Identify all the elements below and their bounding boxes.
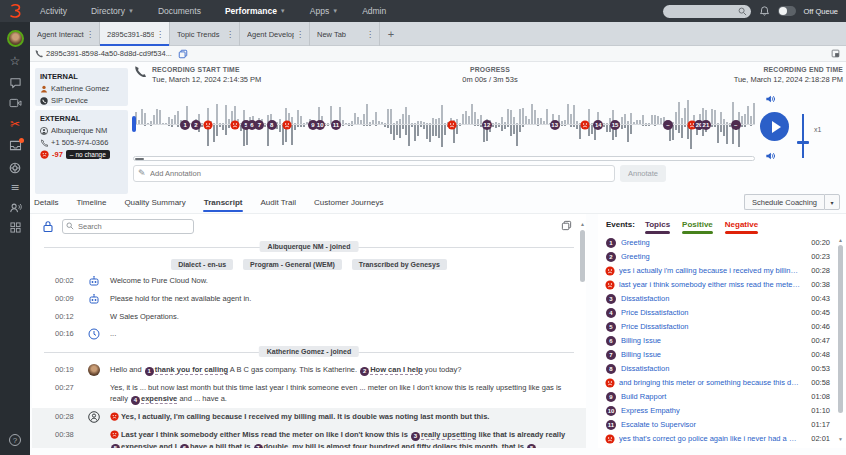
transcript-message[interactable]: 00:12 W Sales Operations. [32,308,586,325]
topic-marker-8[interactable]: 8 [267,120,277,130]
events-scroll-thumb[interactable] [838,245,843,413]
event-row[interactable]: 3Dissatisfaction00:43 [598,292,846,306]
channel1-volume-icon[interactable] [765,94,776,104]
channel2-volume-icon[interactable] [765,151,776,161]
transcript-message[interactable]: 00:02 Welcome to Pure Cloud Now. [32,272,586,290]
genesys-logo-icon[interactable] [0,0,30,22]
event-row[interactable]: 4Price Dissatisfaction00:45 [598,306,846,320]
play-button[interactable] [760,112,789,141]
event-row[interactable]: 5Price Dissatisfaction00:46 [598,320,846,334]
tab-customer-journeys[interactable]: Customer Journeys [313,194,384,211]
tab-menu-kebab-icon[interactable]: ⋮ [364,30,376,39]
topic-marker-–[interactable]: – [731,120,741,130]
support-lifering-icon[interactable] [0,162,30,174]
nav-item-directory[interactable]: Directory▼ [81,0,144,22]
transcript-message[interactable]: 00:27 Yes, it is ... but now last month … [32,379,586,408]
workspace-tab[interactable]: Agent Interacti...⋮ [30,22,100,46]
event-row[interactable]: last year i think somebody either miss r… [598,278,846,292]
negative-sentiment-marker[interactable] [282,120,292,130]
transcript-message[interactable]: 00:28 Yes, I actually, I'm calling becau… [32,408,586,426]
schedule-coaching-button[interactable]: Schedule Coaching [744,194,824,210]
topic-marker-7[interactable]: 7 [254,120,264,130]
workspace-tab[interactable]: New Tab⋮ [310,22,380,46]
topic-marker-14[interactable]: 14 [593,120,603,130]
workspace-tab[interactable]: Topic Trends⋮ [170,22,240,46]
transcript-message[interactable]: 00:16 ... [32,325,586,343]
timeline-zoom-scrollbar[interactable] [133,156,755,161]
global-search-input[interactable] [663,5,751,18]
transcript-message[interactable]: 00:09 Please hold for the next available… [32,290,586,308]
queues-list-icon[interactable]: ≡ [0,182,30,194]
tab-quality-summary[interactable]: Quality Summary [123,194,186,211]
event-row[interactable]: 8Dissatisfaction00:53 [598,362,846,376]
negative-sentiment-marker[interactable] [203,120,213,130]
topic-marker-2[interactable]: 2 [191,120,201,130]
topic-marker-12[interactable]: 12 [482,120,492,130]
user-avatar[interactable] [0,30,30,47]
topic-marker-21[interactable]: 21 [701,120,711,130]
event-row[interactable]: 11Escalate to Supervisor01:17 [598,418,846,432]
tab-timeline[interactable]: Timeline [75,194,107,211]
tab-audit-trail[interactable]: Audit Trail [259,194,297,211]
events-scroll-up-arrow[interactable]: ▲ [837,238,844,243]
scroll-up-arrow[interactable]: ▲ [579,222,586,227]
topic-marker-1[interactable]: 1 [180,120,190,130]
apps-grid-icon[interactable] [0,222,30,233]
nav-item-activity[interactable]: Activity [30,0,77,22]
topic-marker-15[interactable]: 15 [610,120,620,130]
workspace-tab[interactable]: 2895c391-859...⋮ [100,22,170,46]
schedule-coaching-dropdown[interactable]: ▾ [824,194,840,210]
help-icon[interactable]: ? [0,434,30,446]
annotate-button[interactable]: Annotate [620,165,666,182]
tab-menu-kebab-icon[interactable]: ⋮ [294,30,306,39]
agents-people-icon[interactable] [0,202,30,214]
queue-status-toggle[interactable] [778,6,796,16]
tab-menu-kebab-icon[interactable]: ⋮ [224,30,236,39]
event-row[interactable]: yes i actually i'm calling because i rec… [598,264,846,278]
notifications-bell-icon[interactable] [759,5,770,17]
tab-menu-kebab-icon[interactable]: ⋮ [154,30,166,39]
nav-item-performance[interactable]: Performance▼ [215,0,296,22]
negative-sentiment-marker[interactable] [580,120,590,130]
event-row[interactable]: 7Billing Issue00:48 [598,348,846,362]
chat-icon[interactable] [0,77,30,89]
topic-marker-10[interactable]: 10 [315,120,325,130]
tab-transcript[interactable]: Transcript [203,194,244,211]
tab-menu-kebab-icon[interactable]: ⋮ [84,30,96,39]
topic-marker-–[interactable]: – [663,120,673,130]
events-scroll-down-arrow[interactable]: ▼ [837,437,844,442]
topic-marker-13[interactable]: 13 [550,120,560,130]
favorites-star-icon[interactable]: ☆ [0,55,30,67]
tab-details[interactable]: Details [33,194,59,211]
inbox-icon[interactable] [0,140,30,151]
event-row[interactable]: 2Greeting00:23 [598,250,846,264]
nav-item-admin[interactable]: Admin [352,0,396,22]
topic-marker-11[interactable]: 11 [331,120,341,130]
copy-transcript-icon[interactable] [561,220,572,231]
recordings-scissors-icon[interactable]: ✂ [0,118,30,130]
events-filter-negative[interactable]: Negative [725,220,758,234]
event-row[interactable]: 6Billing Issue00:47 [598,334,846,348]
popout-window-icon[interactable] [831,49,840,58]
event-row[interactable]: and bringing this meter or something bec… [598,376,846,390]
annotation-input[interactable] [133,165,615,182]
transcript-message[interactable]: 00:38 Last year I think somebody either … [32,426,586,448]
nav-item-apps[interactable]: Apps▼ [300,0,348,22]
negative-sentiment-marker[interactable] [447,120,457,130]
event-row[interactable]: 1Greeting00:20 [598,236,846,250]
playhead-marker[interactable] [132,116,136,132]
new-tab-button[interactable]: + [380,22,402,45]
video-camera-icon[interactable] [0,98,30,108]
event-row[interactable]: 10Express Empathy01:10 [598,404,846,418]
event-row[interactable]: yes that's correct go police again like … [598,432,846,446]
playback-speed-slider[interactable] [802,114,804,158]
speed-slider-handle[interactable] [797,141,809,144]
copy-id-icon[interactable] [178,49,188,59]
transcript-search-input[interactable] [62,219,194,234]
nav-item-documents[interactable]: Documents [148,0,211,22]
waveform-timeline[interactable]: 1256789101112131415–2021– [133,92,755,156]
events-filter-topics[interactable]: Topics [645,220,670,234]
transcript-scroll-thumb[interactable] [580,230,585,282]
event-row[interactable]: 9Build Rapport01:08 [598,390,846,404]
transcript-message[interactable]: 00:19 Hello and 1thank you for calling A… [32,361,586,379]
